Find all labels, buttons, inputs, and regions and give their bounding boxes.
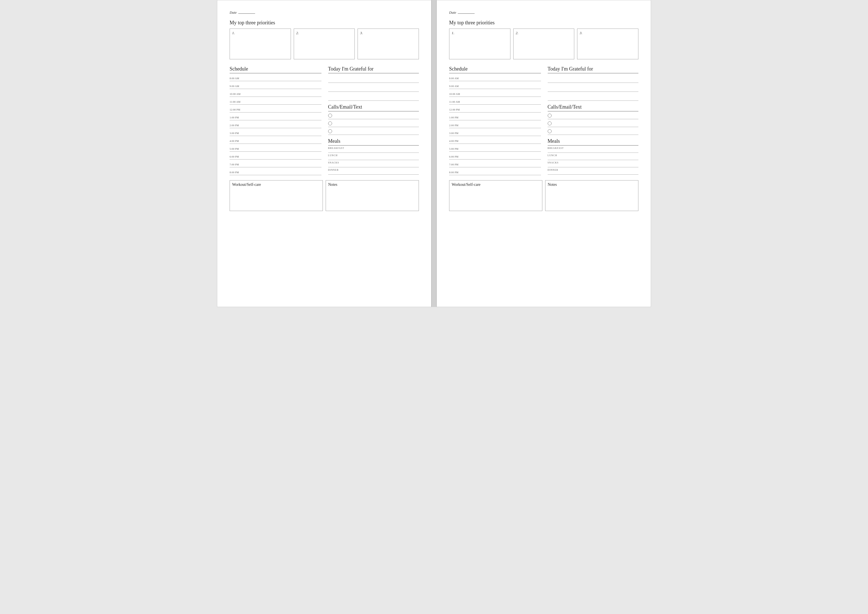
meals-list-right: BREAKFAST LUNCH SNACKS DINNER	[548, 146, 638, 175]
schedule-row: 1:00 PM	[449, 113, 541, 120]
schedule-heading-left: Schedule	[230, 66, 321, 73]
call-circle	[328, 129, 332, 133]
meal-row-dinner[interactable]: DINNER	[328, 167, 419, 175]
date-row-right: Date	[449, 10, 638, 15]
priorities-grid-left: 1. 2. 3.	[230, 29, 419, 59]
date-line-right[interactable]	[458, 10, 475, 14]
schedule-row: 3:00 PM	[230, 128, 321, 136]
schedule-row: 11:00 AM	[449, 97, 541, 105]
call-circle	[328, 114, 332, 118]
schedule-row: 10:00 AM	[449, 89, 541, 97]
priority-box-2-right[interactable]: 2.	[513, 29, 575, 59]
bottom-boxes-right: Workout/Self-care Notes	[449, 180, 638, 211]
call-circle	[548, 114, 551, 118]
grateful-row[interactable]	[328, 83, 419, 92]
schedule-row: 2:00 PM	[230, 120, 321, 128]
call-row[interactable]	[328, 127, 419, 135]
schedule-list-right: 8:00 AM 9:00 AM 10:00 AM 11:00 AM 12:00 …	[449, 73, 541, 175]
notes-box-right[interactable]: Notes	[545, 180, 638, 211]
meal-row-breakfast[interactable]: BREAKFAST	[328, 146, 419, 153]
schedule-row: 7:00 PM	[449, 160, 541, 167]
grateful-row[interactable]	[548, 83, 638, 92]
main-content-right: Schedule 8:00 AM 9:00 AM 10:00 AM 11:00 …	[449, 66, 638, 175]
grateful-row[interactable]	[548, 74, 638, 83]
schedule-row: 6:00 PM	[449, 152, 541, 160]
schedule-row: 11:00 AM	[230, 97, 321, 105]
priority-box-2-left[interactable]: 2.	[294, 29, 355, 59]
priority-box-3-right[interactable]: 3.	[577, 29, 638, 59]
grateful-row[interactable]	[548, 92, 638, 101]
grateful-rows-left	[328, 74, 419, 101]
schedule-col-right: Schedule 8:00 AM 9:00 AM 10:00 AM 11:00 …	[449, 66, 548, 175]
schedule-row: 10:00 AM	[230, 89, 321, 97]
schedule-row: 12:00 PM	[449, 105, 541, 113]
grateful-row[interactable]	[328, 92, 419, 101]
schedule-heading-right: Schedule	[449, 66, 541, 73]
call-row[interactable]	[328, 112, 419, 119]
call-row[interactable]	[548, 127, 638, 135]
meal-row-breakfast[interactable]: BREAKFAST	[548, 146, 638, 153]
schedule-row: 1:00 PM	[230, 113, 321, 120]
call-circle	[548, 129, 551, 133]
schedule-row: 12:00 PM	[230, 105, 321, 113]
schedule-row: 8:00 AM	[449, 73, 541, 81]
call-circle	[328, 121, 332, 126]
call-row[interactable]	[328, 119, 419, 127]
schedule-row: 4:00 PM	[449, 136, 541, 144]
schedule-row: 8:00 AM	[230, 73, 321, 81]
grateful-heading-left: Today I'm Grateful for	[328, 66, 419, 73]
meals-heading-right: Meals	[548, 138, 638, 146]
meals-heading-left: Meals	[328, 138, 419, 146]
schedule-col-left: Schedule 8:00 AM 9:00 AM 10:00 AM 11:00 …	[230, 66, 328, 175]
schedule-row: 2:00 PM	[449, 120, 541, 128]
right-col-left: Today I'm Grateful for Calls/Email/Text …	[328, 66, 419, 175]
call-row[interactable]	[548, 112, 638, 119]
calls-heading-right: Calls/Email/Text	[548, 104, 638, 112]
workout-box-left[interactable]: Workout/Self-care	[230, 180, 323, 211]
schedule-row: 8:00 PM	[449, 167, 541, 175]
priority-box-1-right[interactable]: 1.	[449, 29, 511, 59]
page-left: Date My top three priorities 1. 2. 3. Sc…	[217, 0, 432, 307]
date-line-left[interactable]	[238, 10, 255, 14]
grateful-heading-right: Today I'm Grateful for	[548, 66, 638, 73]
priority-box-1-left[interactable]: 1.	[230, 29, 291, 59]
main-content-left: Schedule 8:00 AM 9:00 AM 10:00 AM 11:00 …	[230, 66, 419, 175]
schedule-row: 9:00 AM	[449, 81, 541, 89]
page-divider	[432, 0, 436, 307]
meal-row-dinner[interactable]: DINNER	[548, 167, 638, 175]
date-row-left: Date	[230, 10, 419, 15]
schedule-row: 3:00 PM	[449, 128, 541, 136]
schedule-row: 6:00 PM	[230, 152, 321, 160]
priority-box-3-left[interactable]: 3.	[357, 29, 419, 59]
schedule-row: 9:00 AM	[230, 81, 321, 89]
workout-box-right[interactable]: Workout/Self-care	[449, 180, 542, 211]
schedule-row: 7:00 PM	[230, 160, 321, 167]
schedule-row: 8:00 PM	[230, 167, 321, 175]
priorities-title-left: My top three priorities	[230, 20, 419, 26]
schedule-row: 5:00 PM	[449, 144, 541, 152]
schedule-list-left: 8:00 AM 9:00 AM 10:00 AM 11:00 AM 12:00 …	[230, 73, 321, 175]
notes-box-left[interactable]: Notes	[326, 180, 419, 211]
calls-heading-left: Calls/Email/Text	[328, 104, 419, 112]
meal-row-lunch[interactable]: LUNCH	[548, 153, 638, 160]
page-right: Date My top three priorities 1. 2. 3. Sc…	[436, 0, 651, 307]
right-col-right: Today I'm Grateful for Calls/Email/Text …	[548, 66, 638, 175]
meal-row-snacks[interactable]: SNACKS	[548, 160, 638, 167]
bottom-boxes-left: Workout/Self-care Notes	[230, 180, 419, 211]
priorities-title-right: My top three priorities	[449, 20, 638, 26]
calls-list-left	[328, 112, 419, 135]
date-label-left: Date	[230, 10, 237, 15]
call-row[interactable]	[548, 119, 638, 127]
call-circle	[548, 121, 551, 126]
calls-list-right	[548, 112, 638, 135]
meal-row-lunch[interactable]: LUNCH	[328, 153, 419, 160]
priorities-grid-right: 1. 2. 3.	[449, 29, 638, 59]
grateful-rows-right	[548, 74, 638, 101]
schedule-row: 5:00 PM	[230, 144, 321, 152]
date-label-right: Date	[449, 10, 456, 15]
schedule-row: 4:00 PM	[230, 136, 321, 144]
meal-row-snacks[interactable]: SNACKS	[328, 160, 419, 167]
meals-list-left: BREAKFAST LUNCH SNACKS DINNER	[328, 146, 419, 175]
grateful-row[interactable]	[328, 74, 419, 83]
